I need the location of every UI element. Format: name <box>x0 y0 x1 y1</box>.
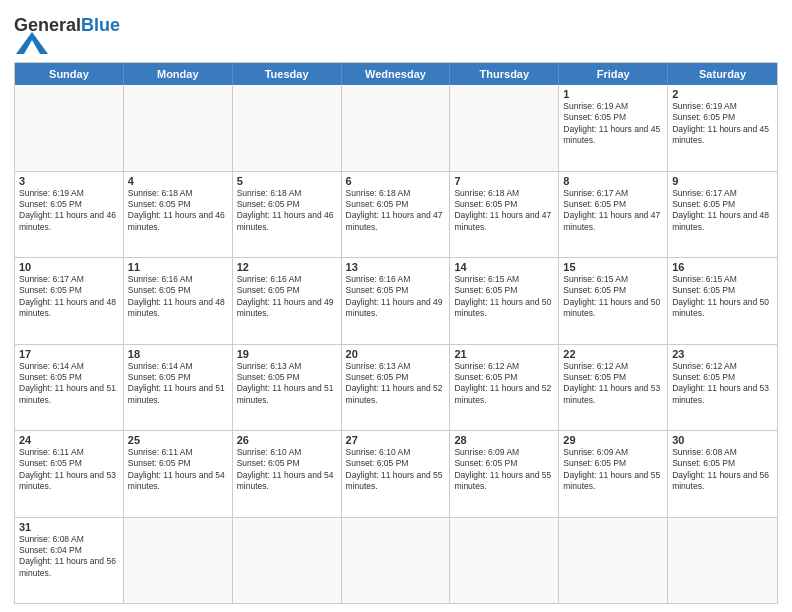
calendar-cell: 25Sunrise: 6:11 AMSunset: 6:05 PMDayligh… <box>124 431 233 517</box>
day-number: 2 <box>672 88 773 100</box>
calendar-cell <box>124 518 233 604</box>
day-number: 3 <box>19 175 119 187</box>
day-number: 19 <box>237 348 337 360</box>
calendar: SundayMondayTuesdayWednesdayThursdayFrid… <box>14 62 778 604</box>
day-info: Sunrise: 6:19 AMSunset: 6:05 PMDaylight:… <box>19 188 119 234</box>
calendar-cell: 9Sunrise: 6:17 AMSunset: 6:05 PMDaylight… <box>668 172 777 258</box>
day-info: Sunrise: 6:08 AMSunset: 6:04 PMDaylight:… <box>19 534 119 580</box>
weekday-header-thursday: Thursday <box>450 63 559 85</box>
day-info: Sunrise: 6:12 AMSunset: 6:05 PMDaylight:… <box>563 361 663 407</box>
day-info: Sunrise: 6:19 AMSunset: 6:05 PMDaylight:… <box>672 101 773 147</box>
day-number: 24 <box>19 434 119 446</box>
calendar-row-0: 1Sunrise: 6:19 AMSunset: 6:05 PMDaylight… <box>15 85 777 171</box>
day-info: Sunrise: 6:16 AMSunset: 6:05 PMDaylight:… <box>346 274 446 320</box>
calendar-cell: 24Sunrise: 6:11 AMSunset: 6:05 PMDayligh… <box>15 431 124 517</box>
weekday-header-monday: Monday <box>124 63 233 85</box>
day-info: Sunrise: 6:18 AMSunset: 6:05 PMDaylight:… <box>346 188 446 234</box>
day-info: Sunrise: 6:12 AMSunset: 6:05 PMDaylight:… <box>454 361 554 407</box>
day-number: 23 <box>672 348 773 360</box>
calendar-cell: 29Sunrise: 6:09 AMSunset: 6:05 PMDayligh… <box>559 431 668 517</box>
calendar-cell: 27Sunrise: 6:10 AMSunset: 6:05 PMDayligh… <box>342 431 451 517</box>
calendar-cell: 21Sunrise: 6:12 AMSunset: 6:05 PMDayligh… <box>450 345 559 431</box>
logo-icon <box>16 32 48 54</box>
day-number: 29 <box>563 434 663 446</box>
calendar-cell: 18Sunrise: 6:14 AMSunset: 6:05 PMDayligh… <box>124 345 233 431</box>
day-info: Sunrise: 6:19 AMSunset: 6:05 PMDaylight:… <box>563 101 663 147</box>
day-number: 22 <box>563 348 663 360</box>
weekday-header-friday: Friday <box>559 63 668 85</box>
day-info: Sunrise: 6:14 AMSunset: 6:05 PMDaylight:… <box>19 361 119 407</box>
day-info: Sunrise: 6:09 AMSunset: 6:05 PMDaylight:… <box>454 447 554 493</box>
page-header: GeneralBlue <box>14 12 778 58</box>
day-info: Sunrise: 6:10 AMSunset: 6:05 PMDaylight:… <box>237 447 337 493</box>
logo: GeneralBlue <box>14 16 120 58</box>
day-info: Sunrise: 6:09 AMSunset: 6:05 PMDaylight:… <box>563 447 663 493</box>
weekday-header-saturday: Saturday <box>668 63 777 85</box>
calendar-row-3: 17Sunrise: 6:14 AMSunset: 6:05 PMDayligh… <box>15 344 777 431</box>
calendar-cell: 2Sunrise: 6:19 AMSunset: 6:05 PMDaylight… <box>668 85 777 171</box>
day-info: Sunrise: 6:15 AMSunset: 6:05 PMDaylight:… <box>563 274 663 320</box>
calendar-cell <box>124 85 233 171</box>
calendar-cell <box>15 85 124 171</box>
calendar-cell: 14Sunrise: 6:15 AMSunset: 6:05 PMDayligh… <box>450 258 559 344</box>
day-number: 10 <box>19 261 119 273</box>
calendar-cell: 13Sunrise: 6:16 AMSunset: 6:05 PMDayligh… <box>342 258 451 344</box>
day-info: Sunrise: 6:18 AMSunset: 6:05 PMDaylight:… <box>454 188 554 234</box>
calendar-cell: 12Sunrise: 6:16 AMSunset: 6:05 PMDayligh… <box>233 258 342 344</box>
day-number: 14 <box>454 261 554 273</box>
calendar-cell: 19Sunrise: 6:13 AMSunset: 6:05 PMDayligh… <box>233 345 342 431</box>
calendar-cell: 16Sunrise: 6:15 AMSunset: 6:05 PMDayligh… <box>668 258 777 344</box>
day-info: Sunrise: 6:12 AMSunset: 6:05 PMDaylight:… <box>672 361 773 407</box>
calendar-row-1: 3Sunrise: 6:19 AMSunset: 6:05 PMDaylight… <box>15 171 777 258</box>
day-number: 6 <box>346 175 446 187</box>
weekday-header-sunday: Sunday <box>15 63 124 85</box>
calendar-cell <box>450 85 559 171</box>
day-number: 28 <box>454 434 554 446</box>
calendar-cell: 7Sunrise: 6:18 AMSunset: 6:05 PMDaylight… <box>450 172 559 258</box>
logo-blue: Blue <box>81 15 120 35</box>
calendar-cell: 1Sunrise: 6:19 AMSunset: 6:05 PMDaylight… <box>559 85 668 171</box>
day-number: 18 <box>128 348 228 360</box>
day-number: 4 <box>128 175 228 187</box>
calendar-cell <box>668 518 777 604</box>
calendar-cell: 4Sunrise: 6:18 AMSunset: 6:05 PMDaylight… <box>124 172 233 258</box>
day-info: Sunrise: 6:15 AMSunset: 6:05 PMDaylight:… <box>454 274 554 320</box>
day-number: 21 <box>454 348 554 360</box>
day-number: 9 <box>672 175 773 187</box>
day-number: 25 <box>128 434 228 446</box>
day-info: Sunrise: 6:14 AMSunset: 6:05 PMDaylight:… <box>128 361 228 407</box>
day-number: 20 <box>346 348 446 360</box>
calendar-cell: 8Sunrise: 6:17 AMSunset: 6:05 PMDaylight… <box>559 172 668 258</box>
calendar-cell: 30Sunrise: 6:08 AMSunset: 6:05 PMDayligh… <box>668 431 777 517</box>
day-number: 31 <box>19 521 119 533</box>
day-info: Sunrise: 6:13 AMSunset: 6:05 PMDaylight:… <box>237 361 337 407</box>
calendar-body: 1Sunrise: 6:19 AMSunset: 6:05 PMDaylight… <box>15 85 777 603</box>
day-info: Sunrise: 6:17 AMSunset: 6:05 PMDaylight:… <box>563 188 663 234</box>
weekday-header-tuesday: Tuesday <box>233 63 342 85</box>
calendar-cell: 22Sunrise: 6:12 AMSunset: 6:05 PMDayligh… <box>559 345 668 431</box>
calendar-cell <box>342 518 451 604</box>
day-number: 12 <box>237 261 337 273</box>
calendar-cell: 11Sunrise: 6:16 AMSunset: 6:05 PMDayligh… <box>124 258 233 344</box>
day-number: 7 <box>454 175 554 187</box>
day-info: Sunrise: 6:08 AMSunset: 6:05 PMDaylight:… <box>672 447 773 493</box>
calendar-header: SundayMondayTuesdayWednesdayThursdayFrid… <box>15 63 777 85</box>
day-info: Sunrise: 6:16 AMSunset: 6:05 PMDaylight:… <box>237 274 337 320</box>
day-number: 5 <box>237 175 337 187</box>
day-number: 1 <box>563 88 663 100</box>
calendar-cell: 3Sunrise: 6:19 AMSunset: 6:05 PMDaylight… <box>15 172 124 258</box>
day-number: 17 <box>19 348 119 360</box>
day-info: Sunrise: 6:13 AMSunset: 6:05 PMDaylight:… <box>346 361 446 407</box>
day-number: 11 <box>128 261 228 273</box>
day-info: Sunrise: 6:18 AMSunset: 6:05 PMDaylight:… <box>128 188 228 234</box>
day-info: Sunrise: 6:11 AMSunset: 6:05 PMDaylight:… <box>19 447 119 493</box>
calendar-cell: 31Sunrise: 6:08 AMSunset: 6:04 PMDayligh… <box>15 518 124 604</box>
calendar-cell: 10Sunrise: 6:17 AMSunset: 6:05 PMDayligh… <box>15 258 124 344</box>
day-info: Sunrise: 6:16 AMSunset: 6:05 PMDaylight:… <box>128 274 228 320</box>
day-number: 8 <box>563 175 663 187</box>
day-info: Sunrise: 6:17 AMSunset: 6:05 PMDaylight:… <box>672 188 773 234</box>
calendar-row-2: 10Sunrise: 6:17 AMSunset: 6:05 PMDayligh… <box>15 257 777 344</box>
day-number: 13 <box>346 261 446 273</box>
calendar-cell: 26Sunrise: 6:10 AMSunset: 6:05 PMDayligh… <box>233 431 342 517</box>
day-number: 27 <box>346 434 446 446</box>
